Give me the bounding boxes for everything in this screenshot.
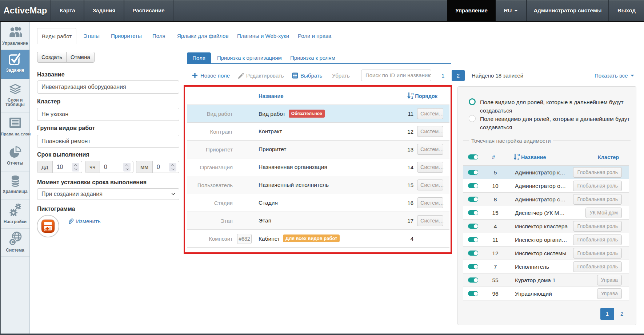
svg-text:C: C: [11, 239, 15, 245]
svg-text:2: 2: [517, 157, 519, 160]
svg-text:Я: Я: [517, 153, 520, 157]
